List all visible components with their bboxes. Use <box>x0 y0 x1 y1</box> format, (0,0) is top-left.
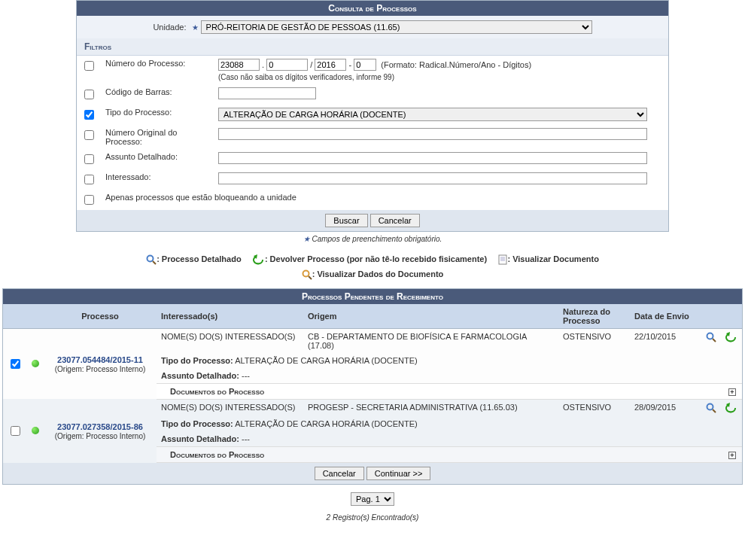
unidade-row: Unidade: ★ PRÓ-REITORIA DE GESTÃO DE PES… <box>77 16 668 38</box>
interessado-label: Interessado: <box>101 169 214 190</box>
digitos-input[interactable] <box>354 59 376 71</box>
origin-note: (Origem: Processo Interno) <box>55 365 146 373</box>
svg-point-9 <box>707 333 713 339</box>
return-process-icon[interactable] <box>725 403 737 412</box>
pending-title: Processos Pendentes de Recebimento <box>3 289 742 304</box>
search-panel: Consulta de Processos Unidade: ★ PRÓ-REI… <box>76 0 669 232</box>
magnifier-icon <box>146 252 157 267</box>
ano-input[interactable] <box>315 59 346 71</box>
pending-table: Processo Interessado(s) Origem Natureza … <box>3 304 742 463</box>
return-arrow-icon <box>253 252 265 267</box>
pending-buttons-row: Cancelar Continuar >> <box>3 463 742 484</box>
pending-panel: Processos Pendentes de Recebimento Proce… <box>2 288 743 485</box>
svg-point-12 <box>707 404 713 410</box>
buscar-button[interactable]: Buscar <box>325 214 367 227</box>
numero-original-checkbox[interactable] <box>84 130 94 140</box>
interessado-cell: NOME(S) DO(S) INTERESSADO(S) <box>157 399 303 416</box>
panel-title: Consulta de Processos <box>77 1 668 16</box>
tipo-processo-value: ALTERAÇÃO DE CARGA HORÁRIA (DOCENTE) <box>235 356 417 365</box>
numero-input[interactable] <box>266 59 308 71</box>
docs-title: Documentos do Processo <box>170 450 264 459</box>
svg-point-7 <box>303 271 309 277</box>
legend: : Processo Detalhado : Devolver Processo… <box>0 246 745 288</box>
docs-title: Documentos do Processo <box>170 387 264 396</box>
svg-line-8 <box>309 276 312 279</box>
col-origem: Origem <box>303 304 558 329</box>
assunto-sublabel: Assunto Detalhado: <box>161 371 239 380</box>
required-star-icon: ★ <box>192 23 199 32</box>
assunto-detalhado-label: Assunto Detalhado: <box>101 149 214 169</box>
tipo-processo-value: ALTERAÇÃO DE CARGA HORÁRIA (DOCENTE) <box>235 419 417 428</box>
pager: Pag. 1 <box>0 485 745 513</box>
unidade-select[interactable]: PRÓ-REITORIA DE GESTÃO DE PESSOAS (11.65… <box>201 20 592 34</box>
origem-cell: CB - DEPARTAMENTO DE BIOFÍSICA E FARMACO… <box>303 328 558 353</box>
numero-original-label: Número Original do Processo: <box>101 125 214 149</box>
continuar-button[interactable]: Continuar >> <box>366 467 431 480</box>
process-detail-icon[interactable] <box>706 403 716 412</box>
svg-line-1 <box>153 261 156 264</box>
col-interessados: Interessado(s) <box>157 304 303 329</box>
expand-icon[interactable]: + <box>728 388 736 396</box>
pager-select[interactable]: Pag. 1 <box>351 492 394 506</box>
assunto-sublabel: Assunto Detalhado: <box>161 434 239 443</box>
star-icon: ★ <box>303 235 310 243</box>
tipo-processo-sublabel: Tipo do Processo: <box>161 419 233 428</box>
tipo-processo-sublabel: Tipo do Processo: <box>161 356 233 365</box>
numero-processo-checkbox[interactable] <box>84 61 94 71</box>
magnifier-icon <box>302 267 312 282</box>
numero-original-input[interactable] <box>218 128 647 140</box>
interessado-cell: NOME(S) DO(S) INTERESSADO(S) <box>157 328 303 353</box>
numero-processo-label: Número do Processo: <box>101 56 214 84</box>
expand-icon[interactable]: + <box>728 452 736 459</box>
process-detail-icon[interactable] <box>706 332 716 341</box>
formato-hint: (Formato: Radical.Número/Ano - Dígitos) <box>381 60 531 69</box>
cancelar-button[interactable]: Cancelar <box>370 214 420 227</box>
svg-line-13 <box>713 409 716 412</box>
tipo-processo-checkbox[interactable] <box>84 110 94 120</box>
search-buttons-row: Buscar Cancelar <box>77 210 668 231</box>
svg-rect-3 <box>499 255 506 264</box>
svg-line-10 <box>713 339 716 342</box>
return-process-icon[interactable] <box>725 332 737 341</box>
filters-table: Número do Processo: . / - (Formato: Radi… <box>77 56 668 210</box>
row-checkbox[interactable] <box>11 359 20 369</box>
filters-title: Filtros <box>77 38 668 56</box>
assunto-detalhado-checkbox[interactable] <box>84 154 94 164</box>
status-dot-icon <box>32 427 39 434</box>
data-envio-cell: 28/09/2015 <box>630 399 701 416</box>
natureza-cell: OSTENSIVO <box>558 399 630 416</box>
assunto-value: --- <box>242 434 250 443</box>
data-envio-cell: 22/10/2015 <box>630 328 701 353</box>
cancelar-pending-button[interactable]: Cancelar <box>315 467 364 480</box>
codigo-barras-input[interactable] <box>218 87 316 99</box>
interessado-checkbox[interactable] <box>84 175 94 184</box>
status-dot-icon <box>32 360 39 367</box>
apenas-bloqueando-checkbox[interactable] <box>84 195 94 205</box>
assunto-detalhado-input[interactable] <box>218 152 647 164</box>
found-count: 2 Registro(s) Encontrado(s) <box>0 513 745 529</box>
mandatory-note: ★ Campos de preenchimento obrigatório. <box>0 232 745 246</box>
radical-input[interactable] <box>218 59 260 71</box>
digitos-hint: (Caso não saiba os dígitos verificadores… <box>218 73 664 81</box>
tipo-processo-label: Tipo do Processo: <box>101 105 214 125</box>
origem-cell: PROGESP - SECRETARIA ADMINISTRATIVA (11.… <box>303 399 558 416</box>
codigo-barras-checkbox[interactable] <box>84 90 94 99</box>
unidade-label: Unidade: <box>153 23 186 32</box>
natureza-cell: OSTENSIVO <box>558 328 630 353</box>
process-number-link[interactable]: 23077.027358/2015-86 <box>57 422 143 431</box>
document-icon <box>498 252 507 267</box>
tipo-processo-select[interactable]: ALTERAÇÃO DE CARGA HORÁRIA (DOCENTE) <box>218 108 647 121</box>
assunto-value: --- <box>242 371 250 380</box>
row-checkbox[interactable] <box>11 426 20 436</box>
origin-note: (Origem: Processo Interno) <box>55 432 146 440</box>
svg-point-0 <box>147 256 154 262</box>
codigo-barras-label: Código de Barras: <box>101 84 214 105</box>
process-number-link[interactable]: 23077.054484/2015-11 <box>57 355 143 364</box>
col-processo: Processo <box>44 304 157 329</box>
col-data-envio: Data de Envio <box>630 304 701 329</box>
interessado-input[interactable] <box>218 172 647 184</box>
col-natureza: Natureza do Processo <box>558 304 630 329</box>
apenas-bloqueando-label: Apenas processos que estão bloqueando a … <box>101 190 668 210</box>
